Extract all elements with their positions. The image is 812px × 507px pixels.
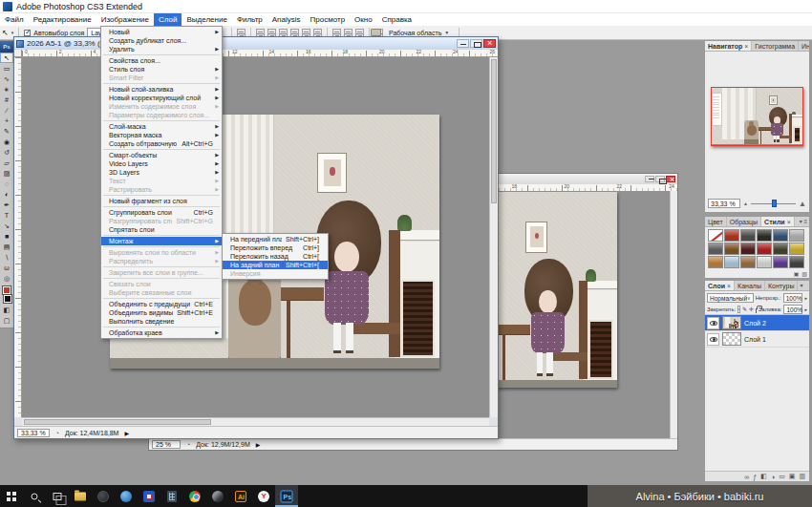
hand-tool-icon[interactable]: ω [0, 263, 13, 273]
doc2-minimize-button[interactable] [645, 176, 654, 182]
delete-style-icon[interactable]: ▥ [801, 270, 807, 277]
layer-visibility-toggle[interactable] [707, 317, 719, 329]
doc1-minimize-button[interactable] [457, 39, 469, 48]
layer-menu-item-29[interactable]: Монтаж▶ [101, 237, 222, 245]
style-swatch-9[interactable] [757, 243, 772, 255]
new-layer-icon[interactable]: ▣ [789, 473, 796, 480]
layer-menu-item-2[interactable]: Удалить▶ [101, 45, 222, 53]
menubar-item-6[interactable]: Analysis [267, 13, 306, 26]
tab-слои[interactable]: Слои× [705, 281, 735, 290]
menubar-item-4[interactable]: Выделение [182, 13, 231, 26]
tab-гистограмма[interactable]: Гистограмма [752, 41, 799, 51]
dodge-tool-icon[interactable]: ◐ [0, 189, 13, 200]
doc2-zoom-field[interactable]: 25 % [152, 440, 181, 449]
zoom-in-icon[interactable]: ▲ [799, 200, 806, 208]
layer-menu-item-18[interactable]: Video Layers▶ [101, 159, 222, 168]
opacity-field[interactable]: 100% [783, 293, 803, 303]
browser-ball-icon[interactable] [115, 485, 138, 507]
zoom-tool-icon[interactable]: ◎ [0, 273, 13, 284]
clone-stamp-tool-icon[interactable]: ◉ [0, 137, 13, 147]
auto-select-checkbox[interactable] [24, 30, 31, 36]
photoshop-icon[interactable] [275, 485, 298, 507]
quick-mask-icon[interactable]: ◧ [0, 305, 13, 315]
doc1-close-button[interactable] [483, 39, 496, 48]
layer-group-icon[interactable]: ▭ [779, 473, 785, 480]
notes-tool-icon[interactable]: ▤ [0, 242, 13, 252]
layer-menu-item-8[interactable]: Новый слой-заливка▶ [101, 85, 222, 94]
layer-thumbnail[interactable] [722, 332, 741, 346]
doc2-maximize-button[interactable] [655, 176, 665, 182]
slice-tool-icon[interactable]: ∕ [0, 105, 13, 116]
layer-menu-item-43[interactable]: Обработка краев▶ [101, 328, 222, 337]
tab-close-icon[interactable]: × [727, 283, 731, 289]
blend-mode-select[interactable]: Нормальный∨ [707, 293, 754, 303]
search-icon[interactable] [23, 485, 46, 507]
doc2-close-button[interactable] [666, 176, 675, 182]
path-select-tool-icon[interactable]: ↘ [0, 221, 13, 231]
layer-row-0[interactable]: Слой 2 [705, 315, 809, 331]
tab-образцы[interactable]: Образцы [727, 217, 761, 226]
task-view-icon[interactable] [46, 485, 69, 507]
adjustment-layer-icon[interactable]: ◑ [771, 474, 775, 480]
lock-all-icon[interactable] [756, 308, 757, 313]
menubar-item-8[interactable]: Окно [350, 13, 377, 26]
background-color-swatch[interactable] [4, 295, 11, 303]
new-style-icon[interactable]: ▣ [794, 270, 800, 277]
eyedropper-tool-icon[interactable]: ∖ [0, 252, 13, 263]
history-brush-tool-icon[interactable]: ↺ [0, 147, 13, 158]
layer-thumbnail[interactable] [722, 316, 741, 329]
navigator-zoom-field[interactable]: 33,33 % [708, 199, 740, 208]
layer-menu-item-9[interactable]: Новый корректирующий слой▶ [101, 94, 222, 102]
media-app-icon[interactable] [92, 485, 115, 507]
gradient-tool-icon[interactable]: ▨ [0, 168, 13, 179]
layer-menu-item-17[interactable]: Смарт-объекты▶ [101, 151, 222, 159]
tab-close-icon[interactable]: × [787, 219, 791, 225]
move-tool-preset-icon[interactable]: ↖ [2, 29, 9, 37]
paint-app-icon[interactable] [138, 485, 160, 507]
style-swatch-5[interactable] [789, 229, 804, 242]
doc2-scrollbar[interactable] [670, 191, 677, 438]
navigator-thumbnail[interactable] [711, 87, 803, 146]
lock-position-icon[interactable]: ✛ [749, 306, 754, 313]
yandex-icon[interactable] [252, 485, 275, 507]
layer-menu-item-41[interactable]: Выполнить сведение [101, 317, 222, 326]
style-swatch-11[interactable] [789, 243, 804, 255]
navigator-zoom-slider[interactable] [751, 199, 796, 208]
tab-инфо[interactable]: Инфо [799, 41, 809, 51]
layer-menu-item-13[interactable]: Слой-маска▶ [101, 122, 222, 131]
layer-menu-item-14[interactable]: Векторная маска▶ [101, 131, 222, 139]
layer-visibility-toggle[interactable] [707, 333, 719, 346]
layer-menu-item-25[interactable]: Сгруппировать слоиCtrl+G [101, 208, 222, 217]
layer-row-1[interactable]: Слой 1 [705, 331, 809, 348]
shape-tool-icon[interactable]: ■ [0, 231, 13, 242]
color-swatches[interactable] [2, 285, 11, 303]
layer-menu-item-39[interactable]: Объединить с предыдущимиCtrl+E [101, 300, 222, 308]
tab-close-icon[interactable]: × [744, 43, 748, 50]
lock-transparency-icon[interactable] [737, 306, 740, 313]
style-swatch-12[interactable] [708, 256, 723, 268]
menubar-item-5[interactable]: Фильтр [232, 13, 267, 26]
menubar-item-7[interactable]: Просмотр [306, 13, 351, 26]
layer-menu-item-0[interactable]: Новый▶ [101, 28, 222, 36]
montage-item-1[interactable]: Переложить впередCtrl+] [223, 243, 328, 252]
panel-menu-icon[interactable]: ▾ ≡ [798, 281, 809, 290]
tool-preset-arrow-icon[interactable]: ▾ [11, 30, 14, 35]
style-swatch-10[interactable] [773, 243, 788, 255]
calculator-icon[interactable] [160, 485, 183, 507]
doc1-maximize-button[interactable] [470, 39, 482, 48]
doc1-zoom-field[interactable]: 33,33 % [17, 429, 50, 437]
style-swatch-0[interactable] [708, 229, 723, 242]
marquee-tool-icon[interactable]: ▭ [0, 63, 13, 74]
panel-menu-icon[interactable]: ▾ ≡ [798, 217, 809, 226]
pen-tool-icon[interactable]: ✒ [0, 200, 13, 210]
crop-tool-icon[interactable]: # [0, 95, 13, 105]
tab-навигатор[interactable]: Навигатор× [705, 41, 752, 51]
delete-layer-icon[interactable]: ▥ [799, 473, 805, 480]
layer-menu-item-15[interactable]: Создать обтравочную маскуAlt+Ctrl+G [101, 139, 222, 148]
zoom-out-icon[interactable]: ▲ [743, 201, 748, 206]
doc1-vertical-scrollbar[interactable] [489, 57, 498, 417]
menubar-item-9[interactable]: Справка [377, 13, 417, 26]
style-swatch-17[interactable] [789, 256, 804, 268]
type-tool-icon[interactable]: T [0, 210, 13, 221]
screen-mode-icon[interactable]: ▢ [0, 315, 13, 326]
